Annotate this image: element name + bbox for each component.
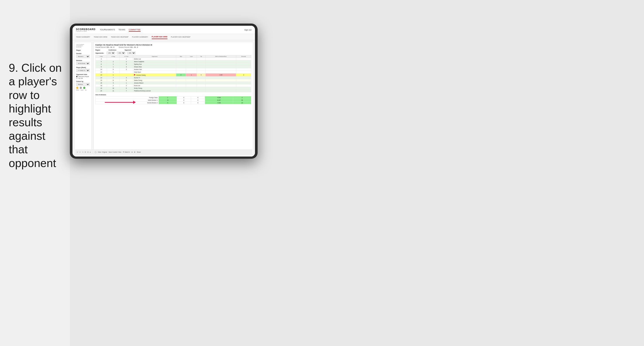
toolbar-view-original[interactable]: View: Original xyxy=(98,151,107,153)
table-row[interactable]: 20117Federica Domecq Lacroze xyxy=(96,90,251,92)
table-cell: Sydney Kuo xyxy=(133,63,176,66)
table-cell: Federica Domecq Lacroze xyxy=(133,90,176,92)
table-cell: 13 xyxy=(96,71,107,73)
table-cell: Esther Lee xyxy=(133,58,176,60)
table-cell: 19 xyxy=(96,87,107,90)
colour-down xyxy=(76,87,78,89)
col-tie: Tie xyxy=(197,55,206,58)
region-filter[interactable]: (All) xyxy=(106,52,115,54)
table-cell xyxy=(197,82,206,84)
toolbar-share[interactable]: Share xyxy=(137,151,141,153)
subnav-player-summary[interactable]: PLAYER SUMMARY xyxy=(132,35,148,39)
nav-sign-out[interactable]: Sign out xyxy=(244,29,252,31)
table-row[interactable]: 1063Andrea York xyxy=(96,68,251,71)
table-row[interactable]: 1822Euna Lee xyxy=(96,84,251,87)
col-opponent: Opponent xyxy=(133,55,176,58)
table-cell xyxy=(206,79,236,82)
table-cell xyxy=(197,87,206,90)
table-row[interactable]: 19106Emily Chang xyxy=(96,87,251,90)
table-row[interactable]: 1585Stella Cheng xyxy=(96,79,251,82)
col-win: Win xyxy=(176,55,186,58)
table-row[interactable]: 1474Eunice Yi xyxy=(96,77,251,79)
colour-dots xyxy=(76,87,90,89)
table-row[interactable]: 914Sharon Mun xyxy=(96,66,251,68)
table-cell xyxy=(186,63,197,66)
conference-filter[interactable]: (All) xyxy=(117,52,125,54)
radio-dot-selected xyxy=(76,76,78,77)
toolbar-undo2[interactable]: ↩ xyxy=(80,151,81,153)
toolbar-zoom[interactable]: ⊕ xyxy=(132,151,133,153)
nav-committee[interactable]: COMMITTEE xyxy=(129,28,140,32)
table-cell: 4 xyxy=(120,77,133,79)
table-cell xyxy=(206,84,236,87)
radio-top100[interactable]: Top 100 xyxy=(76,78,90,79)
opponent-view-section: Opponent view Opponents Played Top 100 xyxy=(76,74,90,79)
logo-title: SCOREBOARD xyxy=(76,28,96,30)
nav-left: SCOREBOARD Powered by clippd TOURNAMENTS… xyxy=(76,28,140,32)
conference-label: Conference xyxy=(108,49,116,51)
subnav-team-h2h-grid[interactable]: TEAM H2H GRID xyxy=(94,35,108,39)
out-div-label: Out of division xyxy=(96,94,251,96)
player-label: Player xyxy=(76,49,90,51)
table-cell: 3 xyxy=(96,58,107,60)
table-cell xyxy=(197,68,206,71)
toolbar-btn2[interactable]: ⊡ xyxy=(87,151,89,153)
table-cell: Jessica Huang xyxy=(133,73,176,77)
table-cell: 3 xyxy=(120,63,133,66)
gender-select[interactable]: Women's xyxy=(76,55,90,58)
toolbar-refresh[interactable]: ◯ xyxy=(95,151,96,153)
table-cell: Emily Chang xyxy=(133,87,176,90)
logo-subtitle: Powered by clippd xyxy=(76,30,96,32)
toolbar-btn1[interactable]: ⊡ xyxy=(85,151,86,153)
grid-records: Overall Record: 353 - 34 - 6 Division Re… xyxy=(96,46,251,48)
opponent-filter[interactable]: (All) xyxy=(127,52,136,54)
table-cell: 5 xyxy=(96,60,107,63)
table-cell xyxy=(236,84,251,87)
colour-select[interactable]: Win/loss xyxy=(76,83,90,86)
table-cell xyxy=(206,58,236,60)
col-div: # Div xyxy=(96,55,107,58)
nav-items: TOURNAMENTS TEAMS COMMITTEE xyxy=(100,28,140,32)
table-cell xyxy=(206,60,236,63)
table-cell xyxy=(186,68,197,71)
instruction-body: Click on a player's row to highlight res… xyxy=(9,61,62,170)
toolbar-save-custom[interactable]: Save Custom View xyxy=(108,151,122,153)
overall-record-value: 353 - 34 - 6 xyxy=(106,46,114,48)
table-row[interactable]: 1691Jessica Mason xyxy=(96,82,251,84)
table-cell: 20 xyxy=(96,90,107,92)
colour-label: Colour by xyxy=(76,81,90,82)
division-select[interactable]: NCAA Division III xyxy=(76,62,90,65)
table-cell xyxy=(197,63,206,66)
table-row[interactable]: 31Esther Lee xyxy=(96,58,251,60)
table-row[interactable]: 131Jessica Huang010-3.002 xyxy=(96,73,251,77)
toolbar-redo[interactable]: ↪ xyxy=(82,151,84,153)
toolbar-watch[interactable]: 👁 Watch ▾ xyxy=(123,151,130,153)
filters-row: Region Conference Opponent xyxy=(96,49,251,51)
table-row[interactable]: 131Heeji Hyun xyxy=(96,71,251,73)
table-cell xyxy=(186,84,197,87)
col-conf: # Conf xyxy=(120,55,133,58)
table-cell: 9 xyxy=(107,82,120,84)
radio-dot-empty xyxy=(76,78,78,79)
radio-opponents-played[interactable]: Opponents Played xyxy=(76,76,90,77)
subnav-team-h2h-heatmap[interactable]: TEAM H2H HEATMAP xyxy=(111,35,128,39)
table-cell xyxy=(197,58,206,60)
table-row[interactable]: 613Sydney Kuo xyxy=(96,63,251,66)
out-div-row[interactable]: Foreign Team1004.5002 xyxy=(96,96,251,99)
table-cell: 2 xyxy=(107,84,120,87)
table-cell: 9 xyxy=(96,66,107,68)
table-cell xyxy=(197,66,206,68)
table-cell xyxy=(176,82,186,84)
table-cell: Jessica Mason xyxy=(133,82,176,84)
table-cell: 4 xyxy=(120,66,133,68)
toolbar-play[interactable]: ▸ xyxy=(90,151,91,153)
nav-tournaments[interactable]: TOURNAMENTS xyxy=(100,28,115,32)
nav-teams[interactable]: TEAMS xyxy=(118,28,125,32)
subnav-player-h2h-heatmap[interactable]: PLAYER H2H HEATMAP xyxy=(171,35,190,39)
toolbar-undo[interactable]: ↩ xyxy=(77,151,78,153)
player-rank-select[interactable]: 8. Katelyn Vo xyxy=(76,69,90,72)
table-row[interactable]: 522Alexis Sudjianto xyxy=(96,60,251,63)
toolbar-grid[interactable]: ⊞ xyxy=(134,151,135,153)
subnav-team-summary[interactable]: TEAM SUMMARY xyxy=(76,35,90,39)
subnav-player-h2h-grid[interactable]: PLAYER H2H GRID xyxy=(152,35,168,39)
